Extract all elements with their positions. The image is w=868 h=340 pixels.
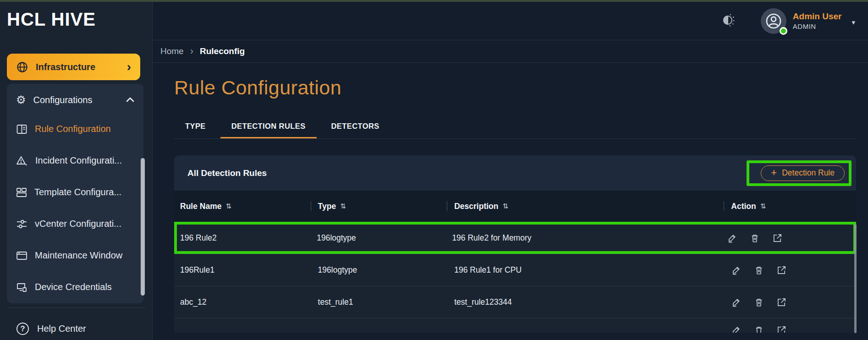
tab-bar: TYPE DETECTION RULES DETECTORS	[174, 115, 856, 139]
sidebar-item-label: vCenter Configurati...	[35, 219, 121, 229]
tab-detection-rules[interactable]: DETECTION RULES	[220, 115, 317, 138]
tab-detectors[interactable]: DETECTORS	[320, 115, 390, 138]
page-content: Rule Configuration TYPE DETECTION RULES …	[153, 77, 868, 333]
column-header-rule-name[interactable]: Rule Name ⇅	[174, 202, 311, 211]
cell-rule-name: 196Rule1	[174, 265, 311, 275]
user-role: ADMIN	[793, 22, 842, 30]
table-row: 196Rule1 196logtype 196 Rule1 for CPU	[174, 254, 856, 286]
alert-triangle-icon	[16, 155, 28, 166]
sidebar-item-maintenance-window[interactable]: Maintenance Window	[7, 240, 143, 271]
cell-description: 196 Rule2 for Memory	[447, 233, 722, 243]
book-open-icon	[16, 124, 27, 134]
caret-down-icon[interactable]: ▾	[852, 18, 855, 27]
open-in-new-icon[interactable]	[776, 325, 787, 333]
cell-rule-name: abc_12	[174, 297, 311, 307]
sidebar: HCL HIVE Infrastructure › ⚙ Configuratio…	[0, 2, 153, 340]
user-menu[interactable]: Admin User ADMIN	[793, 11, 842, 30]
sidebar-divider	[7, 307, 145, 308]
column-header-action[interactable]: Action ⇅	[724, 202, 856, 211]
table-row-partial	[174, 318, 856, 333]
devices-icon	[16, 282, 27, 292]
user-name: Admin User	[793, 11, 842, 22]
window-icon	[16, 251, 27, 261]
cell-type: 196logtype	[312, 233, 447, 243]
globe-icon	[16, 61, 28, 73]
app-logo: HCL HIVE	[7, 9, 96, 30]
sidebar-item-vcenter-configuration[interactable]: vCenter Configurati...	[7, 208, 143, 240]
cell-actions	[722, 233, 853, 243]
sidebar-item-incident-configuration[interactable]: Incident Configurati...	[7, 145, 143, 176]
sidebar-item-label: Incident Configurati...	[35, 155, 122, 166]
open-in-new-icon[interactable]	[776, 297, 787, 307]
sidebar-scrollbar-thumb[interactable]	[141, 158, 145, 296]
breadcrumb: Home › Ruleconfig	[153, 40, 868, 63]
edit-icon[interactable]	[731, 297, 742, 307]
table-row: 196 Rule2 196logtype 196 Rule2 for Memor…	[174, 222, 856, 254]
cell-actions	[724, 318, 856, 333]
sidebar-item-label: Template Configura...	[34, 187, 121, 197]
open-in-new-icon[interactable]	[772, 233, 783, 243]
chevron-right-icon: ›	[127, 60, 131, 73]
infrastructure-label: Infrastructure	[36, 62, 95, 72]
sort-icon[interactable]: ⇅	[225, 202, 231, 210]
breadcrumb-current: Ruleconfig	[200, 46, 245, 56]
sort-icon[interactable]: ⇅	[340, 202, 346, 210]
column-label: Rule Name	[180, 202, 221, 211]
topbar: Admin User ADMIN ▾	[153, 2, 868, 40]
sidebar-item-rule-configuration[interactable]: Rule Configuration	[7, 113, 143, 145]
delete-icon[interactable]	[754, 265, 764, 275]
infrastructure-button[interactable]: Infrastructure ›	[7, 54, 140, 80]
configurations-label: Configurations	[33, 95, 93, 105]
cell-type: 196logtype	[311, 265, 447, 275]
sliders-icon	[16, 219, 27, 229]
layout-grid-icon	[16, 187, 27, 197]
highlight-box-add-button: + Detection Rule	[747, 160, 852, 186]
table-row: abc_12 test_rule1 test_rule123344	[174, 286, 856, 318]
table-scrollbar-thumb[interactable]	[854, 224, 857, 333]
tab-type[interactable]: TYPE	[174, 115, 217, 138]
sidebar-item-label: Device Credentials	[35, 282, 112, 292]
sidebar-item-help-center[interactable]: ? Help Center	[16, 323, 86, 335]
detection-rules-table: Rule Name ⇅ Type ⇅ Description ⇅ Action …	[174, 191, 856, 333]
cell-type: test_rule1	[311, 297, 447, 307]
sidebar-item-configurations[interactable]: ⚙ Configurations	[7, 84, 143, 113]
edit-icon[interactable]	[727, 233, 737, 243]
table-header-row: Rule Name ⇅ Type ⇅ Description ⇅ Action …	[174, 191, 856, 222]
panel-title: All Detection Rules	[187, 168, 267, 178]
sort-icon[interactable]: ⇅	[502, 202, 508, 210]
add-button-label: Detection Rule	[782, 168, 835, 178]
column-header-type[interactable]: Type ⇅	[311, 202, 447, 211]
sidebar-item-label: Rule Configuration	[35, 124, 111, 134]
delete-icon[interactable]	[754, 325, 764, 333]
edit-icon[interactable]	[731, 265, 742, 275]
column-header-description[interactable]: Description ⇅	[447, 202, 724, 211]
delete-icon[interactable]	[754, 297, 764, 307]
chevron-up-icon	[126, 96, 134, 104]
online-status-dot	[780, 27, 787, 35]
gear-icon: ⚙	[16, 94, 26, 105]
help-center-label: Help Center	[37, 324, 86, 334]
add-detection-rule-button[interactable]: + Detection Rule	[761, 165, 845, 181]
sort-icon[interactable]: ⇅	[760, 202, 766, 210]
chevron-right-icon: ›	[190, 46, 193, 56]
sidebar-item-template-configuration[interactable]: Template Configura...	[7, 176, 143, 208]
column-label: Type	[318, 202, 336, 211]
breadcrumb-home[interactable]: Home	[160, 46, 184, 56]
cell-description: test_rule123344	[447, 297, 724, 307]
main-area: Admin User ADMIN ▾ Home › Ruleconfig Rul…	[153, 2, 868, 340]
open-in-new-icon[interactable]	[776, 265, 787, 275]
theme-toggle-icon[interactable]	[720, 11, 738, 31]
sidebar-item-device-credentials[interactable]: Device Credentials	[7, 271, 143, 303]
panel-header: All Detection Rules + Detection Rule	[174, 155, 856, 191]
plus-icon: +	[771, 168, 777, 178]
cell-rule-name: 196 Rule2	[177, 233, 312, 243]
sidebar-item-label: Maintenance Window	[35, 250, 122, 261]
edit-icon[interactable]	[731, 325, 742, 333]
cell-description: 196 Rule1 for CPU	[447, 265, 724, 275]
cell-actions	[724, 297, 856, 307]
cell-actions	[724, 265, 856, 275]
column-label: Action	[731, 202, 756, 211]
help-icon: ?	[16, 323, 29, 335]
avatar[interactable]	[761, 8, 786, 34]
delete-icon[interactable]	[750, 233, 760, 243]
